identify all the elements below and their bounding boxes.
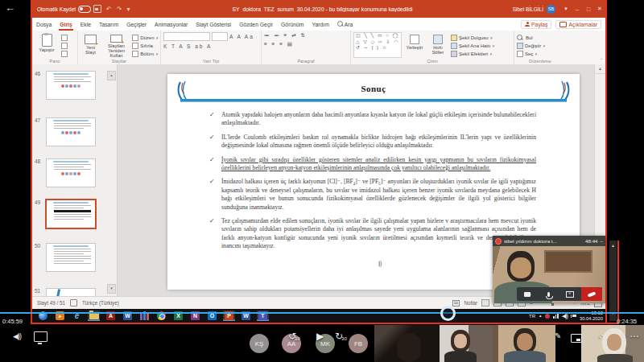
tab-gecisler[interactable]: Geçişler (122, 19, 151, 30)
maximize-button[interactable]: □ (583, 6, 594, 12)
slide-thumbnail-50[interactable] (46, 243, 96, 272)
slide-thumbnail-46[interactable] (46, 71, 96, 100)
reuse-slides-button[interactable]: Slaytları Yeniden Kullan (103, 32, 130, 58)
search-box[interactable]: Ara (333, 19, 357, 30)
player-back-icon[interactable]: ← (5, 2, 15, 14)
font-style-buttons[interactable]: K T A S ab A (163, 43, 258, 49)
tab-giris[interactable]: Giriş (56, 19, 76, 30)
play-button[interactable]: ▶ (316, 331, 324, 342)
participant-webcam-woman (440, 325, 493, 362)
thumbnail-scroll-down-icon[interactable]: ▼ (107, 284, 116, 294)
player-display-icon[interactable] (34, 331, 47, 342)
keyboard-language[interactable]: TR (529, 314, 535, 319)
list-indent-buttons[interactable]: ≔ ≕ ≡ ⇄ ⇅ (264, 32, 348, 39)
tray-expand-icon[interactable]: ▲ (539, 314, 542, 318)
rewind-10-button[interactable]: ↺10 (288, 331, 302, 342)
tab-gozden-gecir[interactable]: Gözden Geçir (235, 19, 277, 30)
call-window-header[interactable]: sibel yıldırım doktora t... 48:44 – (493, 236, 605, 246)
section-button[interactable]: Bölüm▾ (132, 51, 158, 57)
account-name[interactable]: Sibel BİLGİLİ (513, 6, 543, 12)
tab-dosya[interactable]: Dosya (32, 19, 56, 30)
font-size-combobox[interactable] (212, 32, 228, 41)
slide-number: 50 (35, 243, 40, 249)
thumbnail-scroll-up-icon[interactable]: ▲ (107, 71, 116, 80)
alignment-buttons[interactable]: ≡ ≡ ≡ ▤ (264, 41, 348, 47)
redo-icon[interactable]: ↷ (117, 6, 122, 13)
share-button[interactable]: Paylaş (521, 20, 551, 29)
player-volume-icon[interactable]: ◀)) (13, 332, 21, 340)
font-name-combobox[interactable] (163, 32, 210, 41)
document-title: SY_doktora_TEZ_sunum_30.04.2020 - bu bil… (132, 6, 512, 12)
cut-icon[interactable] (61, 35, 68, 41)
ribbon-display-options-icon[interactable]: ▾ (560, 6, 572, 12)
call-window[interactable]: sibel yıldırım doktora t... 48:44 – (493, 236, 605, 303)
minimize-button[interactable]: – (572, 6, 583, 12)
camera-toggle-button[interactable] (517, 287, 539, 301)
tab-slayt-gosterisi[interactable]: Slayt Gösterisi (192, 19, 235, 30)
bullet-item: ✓IL'lerde Coulomb etkileşimleri baskın r… (209, 134, 536, 150)
ribbon-group-clipboard: Yapıştır Pano (32, 31, 78, 64)
notes-button[interactable]: Notlar (464, 300, 477, 306)
paste-button[interactable]: Yapıştır (35, 32, 59, 58)
tray-app-icon[interactable] (545, 314, 550, 319)
slide-thumbnail-48[interactable] (46, 158, 96, 187)
ribbon-group-slides: Yeni Slayt Slaytları Yeniden Kullan Düze… (78, 31, 161, 64)
arrange-button[interactable]: Yerleştir (404, 32, 425, 58)
slide-number: 51 (35, 288, 40, 294)
tab-ekle[interactable]: Ekle (76, 19, 95, 30)
tab-tasarim[interactable]: Tasarım (95, 19, 122, 30)
forward-30-button[interactable]: ↻30 (335, 331, 349, 342)
new-slide-button[interactable]: Yeni Slayt (80, 32, 101, 58)
bullet-item: ✓İyonik sıvılar gibi sıradışı özellikler… (209, 156, 536, 173)
bulletin-board (544, 250, 592, 273)
slide-counter: Slayt 49 / 51 (37, 300, 65, 306)
layout-button[interactable]: Düzen▾ (132, 35, 158, 41)
slide-thumbnail-47[interactable] (46, 117, 96, 146)
close-button[interactable]: ✕ (594, 6, 605, 12)
quick-styles-icon (433, 35, 443, 44)
slide-thumbnail-panel[interactable]: 46 47 48 49 (32, 64, 118, 297)
collapse-ribbon-icon[interactable]: ˆ (601, 58, 602, 63)
more-options-icon[interactable]: … (630, 328, 640, 339)
language-indicator[interactable]: Türkçe (Türkiye) (82, 300, 119, 306)
stop-share-button[interactable] (559, 287, 581, 301)
font-grow-shrink-icons[interactable]: A A Aa (229, 34, 254, 39)
shape-fill-icon (451, 35, 457, 41)
shape-fill-button[interactable]: Şekil Dolgusu▾ (451, 35, 494, 41)
save-icon[interactable] (93, 5, 101, 13)
mic-toggle-button[interactable] (539, 287, 560, 301)
autosave-toggle[interactable] (78, 6, 91, 13)
replace-button[interactable]: Değiştir▾ (517, 43, 545, 49)
comments-button[interactable]: Açıklamalar (555, 20, 601, 29)
call-minimize-icon[interactable]: – (601, 238, 603, 244)
view-normal-icon[interactable] (481, 299, 489, 306)
tab-animasyonlar[interactable]: Animasyonlar (151, 19, 192, 30)
hang-up-button[interactable] (581, 287, 603, 301)
action-center-icon[interactable] (571, 315, 576, 318)
account-avatar[interactable]: SB (547, 5, 555, 14)
shape-outline-button[interactable]: Şekil Ana Hattı▾ (451, 43, 494, 49)
tab-gorunum[interactable]: Görünüm (277, 19, 308, 30)
select-button[interactable]: Seç▾ (517, 51, 545, 57)
ribbon-group-drawing: ◫ ╲ ╲ ▭ ○ ◯ △ ▽ ◇ ⇨ ⇩ ◠ ↺ ∼ { } ☆ Yerleş… (351, 31, 514, 64)
shape-effects-button[interactable]: Şekil Efektleri▾ (451, 51, 494, 57)
ribbon: Yapıştır Pano Yeni Slayt Slaytları Yenid… (32, 31, 605, 65)
annotate-pencil-icon[interactable]: ✎ (555, 331, 561, 340)
remaining-time: 0:24:35 (617, 318, 637, 325)
network-icon[interactable] (553, 313, 559, 319)
start-presentation-icon[interactable]: ▾ (126, 6, 130, 13)
shapes-gallery[interactable]: ◫ ╲ ╲ ▭ ○ ◯ △ ▽ ◇ ⇨ ⇩ ◠ ↺ ∼ { } ☆ (353, 32, 402, 58)
seek-bar[interactable] (0, 312, 644, 314)
find-button[interactable]: Bul (517, 35, 545, 40)
copy-icon[interactable] (61, 43, 68, 49)
quick-styles-button[interactable]: Hızlı Stiller (427, 32, 448, 58)
scroll-up-icon[interactable]: ▲ (595, 64, 605, 74)
mini-player-icon[interactable] (571, 334, 582, 343)
reset-button[interactable]: Sıfırla (132, 43, 158, 49)
undo-icon[interactable]: ↶ (106, 6, 112, 13)
spellcheck-icon[interactable] (70, 299, 77, 306)
tab-yardim[interactable]: Yardım (308, 19, 332, 30)
seek-handle[interactable] (440, 306, 456, 321)
slide-thumbnail-49-selected[interactable] (45, 199, 97, 229)
format-painter-icon[interactable] (61, 51, 68, 57)
